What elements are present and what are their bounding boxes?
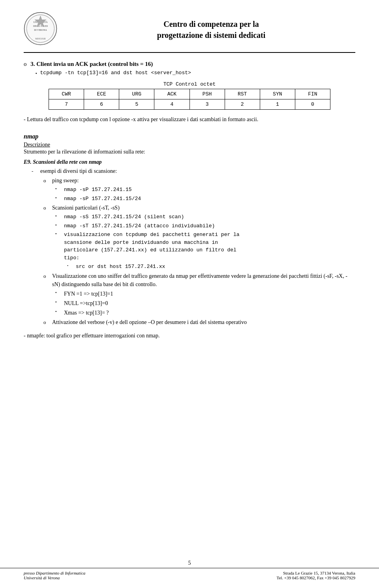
page-number: 5 (188, 560, 191, 566)
nmap-sp2-text: nmap -sP 157.27.241.15/24 (64, 195, 355, 203)
tcp-val-0: 0 (295, 99, 330, 110)
square-icon-3: ▪ (55, 213, 62, 219)
list-item-ping-sweep: o ping sweep: (43, 176, 355, 185)
footer-univ: Università di Verona (24, 575, 85, 580)
fyn-text: FYN =1 => tcp[13]=1 (64, 290, 355, 298)
page-wrapper: UNIVERSITÀ DEGLI STUDI DI VERONA MDXXXII… (0, 0, 379, 588)
tcp-val-4: 4 (154, 99, 190, 110)
tcp-col-fin: FIN (295, 89, 330, 99)
footer-contact: Tel. +39 045 8027062, Fax +39 045 802792… (276, 575, 355, 580)
tcp-col-rst: RST (225, 89, 260, 99)
logo: UNIVERSITÀ DEGLI STUDI DI VERONA MDXXXII… (24, 12, 59, 47)
verbose-group: o Attivazione del verbose (-v) e dell op… (43, 318, 355, 326)
square-icon-5: ▪ (55, 231, 62, 237)
verbose-text: Attivazione del verbose (-v) e dell opzi… (52, 318, 355, 326)
tcp-col-cwr: CWR (49, 89, 84, 99)
lettura-text: - Lettura del traffico con tcpdump con l… (24, 115, 355, 124)
tcp-table-wrapper: TCP Control octet CWR ECE URG ACK PSH RS… (49, 81, 330, 110)
list-item-src-dst: • src or dst host 157.27.241.xx (67, 263, 355, 271)
square-icon-4: ▪ (55, 223, 62, 228)
sniffer-text: Visualizzazione con uno sniffer del traf… (52, 272, 355, 288)
tcp-val-6: 6 (84, 99, 119, 110)
footer-left: presso Dipartimento di Informatica Unive… (24, 571, 85, 580)
list-item-esempi: - esempi di diversi tipi di scansione: (32, 167, 355, 175)
list-item-fyn: ▪ FYN =1 => tcp[13]=1 (55, 290, 355, 298)
ping-sweep-group: o ping sweep: ▪ nmap -sP 157.27.241.15 ▪… (43, 176, 355, 202)
header: UNIVERSITÀ DEGLI STUDI DI VERONA MDXXXII… (24, 12, 355, 53)
square-icon-7: ▪ (55, 300, 62, 305)
scansioni-items: ▪ nmap -sS 157.27.241.15/24 (silent scan… (55, 213, 355, 271)
nmapfe-line: - nmapfe: tool grafico per effettuare in… (24, 333, 355, 339)
circle-icon-2: o (43, 204, 50, 212)
descrizione-text: Strumento per la rilevazione di informaz… (24, 149, 355, 155)
nmap-st-text: nmap -sT 157.27.241.15/24 (attacco indiv… (64, 222, 355, 230)
scansioni-text: Scansioni particolari (-sT, -sS) (52, 204, 355, 212)
tcp-val-2: 2 (225, 99, 260, 110)
square-icon-2: ▪ (55, 195, 62, 201)
tcp-col-ack: ACK (154, 89, 190, 99)
circle-icon-4: o (43, 318, 50, 326)
fyn-group: ▪ FYN =1 => tcp[13]=1 ▪ NULL =>tcp[13]=0… (55, 290, 355, 317)
visualizzazione-text: visualizzazione con tcpdump dei pacchett… (64, 231, 355, 262)
dash-icon: - (32, 167, 38, 175)
list-item-sniffer: o Visualizzazione con uno sniffer del tr… (43, 272, 355, 288)
nmap-ss-text: nmap -sS 157.27.241.15/24 (silent scan) (64, 213, 355, 221)
list-item-null: ▪ NULL =>tcp[13]=0 (55, 299, 355, 307)
ping-sweep-text: ping sweep: (52, 176, 355, 185)
tcp-col-psh: PSH (190, 89, 225, 99)
list-item-visualizzazione: ▪ visualizzazione con tcpdump dei pacche… (55, 231, 355, 262)
list-item-xmas: ▪ Xmas => tcp[13]= ? (55, 309, 355, 317)
svg-text:DEGLI STUDI: DEGLI STUDI (33, 25, 48, 27)
scansioni-group: o Scansioni particolari (-sT, -sS) ▪ nma… (43, 204, 355, 271)
e9-title: E9. Scansioni della rete con nmap (24, 159, 355, 165)
list-item-nmap-st: ▪ nmap -sT 157.27.241.15/24 (attacco ind… (55, 222, 355, 230)
tcp-val-7: 7 (49, 99, 84, 110)
list-item-verbose: o Attivazione del verbose (-v) e dell op… (43, 318, 355, 326)
tcpdump-command: tcpdump -tn tcp[13]=16 and dst host <ser… (40, 70, 191, 76)
section-3: o 3. Client invia un ACK packet (control… (24, 61, 355, 124)
list-item-scansioni: o Scansioni particolari (-sT, -sS) (43, 204, 355, 212)
circle-icon: o (43, 177, 50, 185)
footer-right: Strada Le Grazie 15, 37134 Verona, Itali… (276, 571, 355, 580)
footer: presso Dipartimento di Informatica Unive… (0, 568, 379, 580)
circle-icon-3: o (43, 272, 50, 280)
tcpdump-bullet: ▪ tcpdump -tn tcp[13]=16 and dst host <s… (36, 70, 355, 76)
tcp-table-value-row: 7 6 5 4 3 2 1 0 (49, 99, 330, 110)
tcp-val-5: 5 (119, 99, 154, 110)
tcp-val-3: 3 (190, 99, 225, 110)
nmap-title: nmap (24, 133, 355, 140)
tcp-col-ece: ECE (84, 89, 119, 99)
svg-text:DI VERONA: DI VERONA (34, 29, 47, 31)
square-icon-6: ▪ (55, 290, 62, 296)
tcp-val-1: 1 (260, 99, 295, 110)
src-or-dst-group: • src or dst host 157.27.241.xx (67, 263, 355, 271)
dot-icon: • (67, 263, 73, 269)
tcp-table-header-row: CWR ECE URG ACK PSH RST SYN FIN (49, 89, 330, 99)
esempi-text: esempi di diversi tipi di scansione: (40, 167, 355, 175)
svg-text:MDXXXIII: MDXXXIII (35, 37, 45, 40)
square-icon-8: ▪ (55, 309, 62, 315)
nmap-sp1-text: nmap -sP 157.27.241.15 (64, 186, 355, 194)
list-item-nmap-ss: ▪ nmap -sS 157.27.241.15/24 (silent scan… (55, 213, 355, 221)
footer-address: Strada Le Grazie 15, 37134 Verona, Itali… (276, 571, 355, 575)
nmap-section: nmap Descrizione Strumento per la rileva… (24, 133, 355, 339)
square-icon-1: ▪ (55, 186, 62, 192)
list-item-nmap-sp2: ▪ nmap -sP 157.27.241.15/24 (55, 195, 355, 203)
nmap-list: - esempi di diversi tipi di scansione: o… (32, 167, 355, 326)
xmas-text: Xmas => tcp[13]= ? (64, 309, 355, 317)
tcp-col-urg: URG (119, 89, 154, 99)
ping-sweep-commands: ▪ nmap -sP 157.27.241.15 ▪ nmap -sP 157.… (55, 186, 355, 202)
src-dst-text: src or dst host 157.27.241.xx (76, 263, 355, 271)
tcp-col-syn: SYN (260, 89, 295, 99)
footer-dept: presso Dipartimento di Informatica (24, 571, 85, 575)
header-title: Centro di competenza per la progettazion… (67, 19, 355, 41)
descrizione-title: Descrizione (24, 142, 355, 148)
bullet-square-icon: ▪ (36, 71, 37, 75)
null-text: NULL =>tcp[13]=0 (64, 299, 355, 307)
sniffer-group: o Visualizzazione con uno sniffer del tr… (43, 272, 355, 317)
tcp-table-title: TCP Control octet (49, 81, 330, 87)
list-item-nmap-sp1: ▪ nmap -sP 157.27.241.15 (55, 186, 355, 194)
section-3-title: o 3. Client invia un ACK packet (control… (24, 61, 355, 67)
tcp-table: CWR ECE URG ACK PSH RST SYN FIN 7 6 5 4 … (49, 89, 330, 110)
